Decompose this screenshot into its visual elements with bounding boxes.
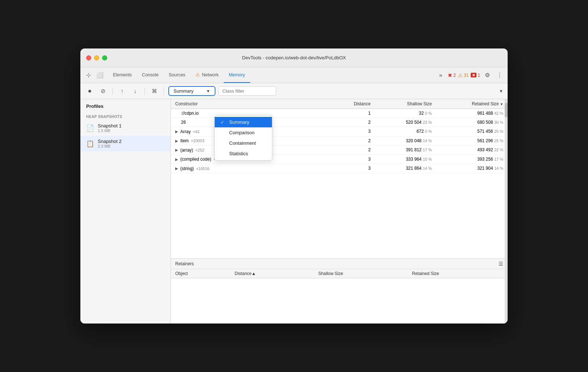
col-header-distance[interactable]: Distance: [334, 99, 375, 109]
row-distance: 3: [334, 155, 375, 164]
row-distance: 1: [334, 109, 375, 118]
retainers-header: Retainers ☰: [171, 259, 508, 269]
inspect-icon[interactable]: ⊹: [83, 70, 93, 80]
checkmark-icon: ✓: [220, 120, 226, 125]
minimize-button[interactable]: [94, 55, 99, 60]
retainers-col-retained[interactable]: Retained Size: [408, 269, 508, 278]
retainers-menu-icon[interactable]: ☰: [499, 261, 503, 267]
row-retained-size: 961 488 42 %: [436, 109, 508, 118]
tab-memory[interactable]: Memory: [224, 67, 250, 83]
tab-network[interactable]: ⚠ Network: [190, 67, 224, 83]
error-badge[interactable]: ✖ 2: [448, 72, 456, 78]
record-button[interactable]: ●: [85, 86, 95, 96]
profiles-title: Profiles: [80, 99, 171, 112]
row-retained-size: 571 456 25 %: [436, 127, 508, 136]
col-header-constructor[interactable]: Constructor: [171, 99, 334, 109]
title-bar: DevTools - codepen.io/web-dot-dev/live/P…: [80, 48, 508, 67]
row-retained-size: 321 904 14 %: [436, 164, 508, 173]
maximize-button[interactable]: [102, 55, 107, 60]
more-tabs-button[interactable]: »: [436, 70, 446, 80]
memory-toolbar: ● ⊘ ↑ ↓ ⌘ Summary ▼ ▼: [80, 83, 508, 99]
retainers-col-distance[interactable]: Distance▲: [230, 269, 314, 278]
row-shallow-size: 672 0 %: [375, 127, 436, 136]
retainers-header-row: Object Distance▲ Shallow Size Retained S…: [171, 269, 508, 278]
row-shallow-size: 321 864 14 %: [375, 164, 436, 173]
col-header-shallow[interactable]: Shallow Size: [375, 99, 436, 109]
table-header-row: Constructor Distance Shallow Size Retain…: [171, 99, 508, 109]
brush-button[interactable]: ⌘: [149, 86, 159, 96]
summary-dropdown[interactable]: Summary ▼: [168, 86, 215, 96]
close-button[interactable]: [86, 55, 91, 60]
retainers-section: Retainers ☰ Object Distance▲: [171, 258, 508, 324]
row-retained-size: 493 492 22 %: [436, 145, 508, 155]
tab-elements[interactable]: Elements: [108, 67, 137, 83]
dropdown-item-comparison[interactable]: Comparison: [215, 127, 272, 138]
warning-badge[interactable]: ⚠ 31: [458, 72, 469, 78]
tab-bar: ⊹ ⬜ Elements Console Sources ⚠ Network M…: [80, 67, 508, 83]
device-icon[interactable]: ⬜: [95, 70, 105, 80]
expand-arrow-icon[interactable]: ▶: [175, 139, 178, 143]
snapshot-icon-1: 📄: [86, 124, 94, 132]
row-distance: 2: [334, 145, 375, 155]
summary-dropdown-wrapper: Summary ▼: [168, 86, 215, 96]
clear-button[interactable]: ⊘: [98, 86, 108, 96]
expand-arrow-icon[interactable]: ▶: [175, 130, 178, 134]
row-shallow-size: 520 504 23 %: [375, 118, 436, 127]
heap-snapshots-label: HEAP SNAPSHOTS: [80, 112, 171, 120]
snapshot-item-1[interactable]: 📄 Snapshot 1 1.5 MB: [80, 120, 171, 136]
sidebar: Profiles HEAP SNAPSHOTS 📄 Snapshot 1 1.5…: [80, 99, 171, 324]
row-retained-size: 680 508 30 %: [436, 118, 508, 127]
expand-arrow-icon[interactable]: ▶: [175, 148, 178, 152]
dropdown-item-containment[interactable]: Containment: [215, 138, 272, 148]
tab-console[interactable]: Console: [137, 67, 164, 83]
devtools-window: DevTools - codepen.io/web-dot-dev/live/P…: [80, 48, 508, 324]
snapshot-item-2[interactable]: 📋 Snapshot 2 2.3 MB: [80, 136, 171, 151]
info-badge[interactable]: ✖ 1: [471, 73, 480, 78]
row-distance: 3: [334, 164, 375, 173]
retainers-col-object[interactable]: Object: [171, 269, 230, 278]
row-shallow-size: 391 812 17 %: [375, 145, 436, 155]
scrollbar[interactable]: [505, 99, 508, 324]
row-distance: 3: [334, 127, 375, 136]
class-filter-input[interactable]: [218, 86, 276, 96]
row-shallow-size: 32 0 %: [375, 109, 436, 118]
data-panel: ✓ Summary Comparison Containment Statist…: [171, 99, 508, 324]
window-title: DevTools - codepen.io/web-dot-dev/live/P…: [242, 55, 346, 60]
separator-3: [164, 88, 164, 95]
chevron-down-icon: ▼: [206, 89, 210, 94]
download-button[interactable]: ↓: [130, 86, 140, 96]
settings-icon[interactable]: ⚙: [482, 70, 492, 80]
col-header-retained[interactable]: Retained Size: [436, 99, 508, 109]
traffic-lights: [86, 55, 107, 60]
snapshot-icon-2: 📋: [86, 140, 94, 148]
row-retained-size: 561 296 25 %: [436, 136, 508, 145]
retainers-table: Object Distance▲ Shallow Size Retained S…: [171, 269, 508, 278]
table-row[interactable]: ▶ (string) ×165163321 864 14 %321 904 14…: [171, 164, 508, 173]
row-distance: 2: [334, 118, 375, 127]
filter-triangle-icon[interactable]: ▼: [499, 89, 503, 94]
scrollbar-thumb[interactable]: [505, 103, 508, 117]
row-shallow-size: 333 964 15 %: [375, 155, 436, 164]
devtools-icons: ⊹ ⬜: [83, 67, 105, 83]
dropdown-item-statistics[interactable]: Statistics: [215, 148, 272, 159]
tab-sources[interactable]: Sources: [164, 67, 190, 83]
network-warning-icon: ⚠: [196, 72, 200, 77]
main-content: Profiles HEAP SNAPSHOTS 📄 Snapshot 1 1.5…: [80, 99, 508, 324]
dropdown-item-summary[interactable]: ✓ Summary: [215, 117, 272, 127]
separator-2: [144, 88, 145, 95]
row-constructor: ▶ (string) ×16516: [171, 164, 334, 173]
row-retained-size: 393 256 17 %: [436, 155, 508, 164]
tab-bar-right: » ✖ 2 ⚠ 31 ✖ 1 ⚙ ⋮: [436, 67, 505, 83]
separator-1: [112, 88, 113, 95]
expand-arrow-icon[interactable]: ▶: [175, 166, 178, 170]
row-shallow-size: 320 048 14 %: [375, 136, 436, 145]
dropdown-menu: ✓ Summary Comparison Containment Statist…: [214, 115, 272, 161]
upload-button[interactable]: ↑: [117, 86, 127, 96]
retainers-col-shallow[interactable]: Shallow Size: [314, 269, 408, 278]
more-options-icon[interactable]: ⋮: [495, 70, 505, 80]
row-distance: 2: [334, 136, 375, 145]
expand-arrow-icon[interactable]: ▶: [175, 157, 178, 161]
